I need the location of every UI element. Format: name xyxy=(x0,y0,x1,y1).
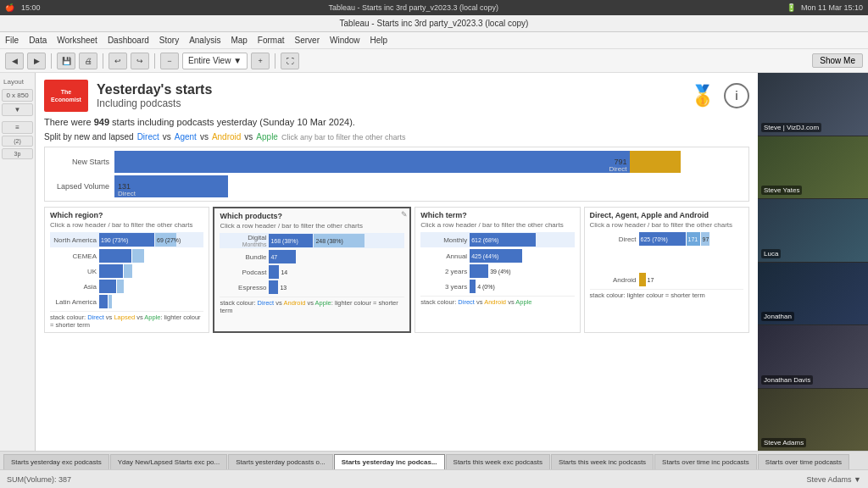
tab-yday-new[interactable]: Yday New/Lapsed Starts exc po... xyxy=(110,454,228,469)
product-podcast-bar1[interactable]: 14 xyxy=(269,265,279,279)
toolbar-view-dropdown[interactable]: Entire View ▼ xyxy=(182,53,248,69)
term-monthly-bar1[interactable]: 612 (68%) xyxy=(470,233,536,247)
direct-bar1[interactable]: 625 (70%) xyxy=(639,232,686,246)
region-asia-bar2[interactable] xyxy=(117,280,124,293)
footer-lapsed[interactable]: Lapsed xyxy=(114,313,135,321)
products-edit-icon[interactable]: ✎ xyxy=(401,210,408,219)
region-uk-bar1[interactable] xyxy=(99,264,123,278)
toolbar-back[interactable]: ◀ xyxy=(5,53,24,69)
tab-starts-exc[interactable]: Starts yesterday exc podcasts xyxy=(3,454,109,469)
term-annual-bar1[interactable]: 425 (44%) xyxy=(470,249,522,263)
new-starts-row[interactable]: New Starts 791 Direct xyxy=(50,151,743,173)
footer-android-p[interactable]: Android xyxy=(283,299,305,307)
toolbar-fit[interactable]: ⛶ xyxy=(281,53,299,69)
new-starts-bar-container[interactable]: 791 Direct xyxy=(114,151,743,173)
toolbar-print[interactable]: 🖨 xyxy=(79,53,97,69)
show-me-button[interactable]: Show Me xyxy=(812,53,863,68)
region-na-bar1[interactable]: 190 (73%) xyxy=(99,233,154,247)
panel-size-dropdown[interactable]: ▼ xyxy=(2,103,33,116)
new-starts-gold-bar[interactable] xyxy=(630,151,680,173)
term-3yr-bar[interactable]: 4 (0%) xyxy=(470,280,574,293)
tab-starts-pod-exc[interactable]: Starts yesterday podcasts o... xyxy=(228,454,332,469)
direct-row[interactable]: Direct 625 (70%) 171 97 xyxy=(590,232,743,246)
term-row-3yr[interactable]: 3 years 4 (0%) xyxy=(420,280,574,293)
region-row-latam[interactable]: Latin America xyxy=(50,295,203,308)
region-latam-bar1[interactable] xyxy=(99,295,108,308)
footer-apple-t[interactable]: Apple xyxy=(515,298,531,306)
android-row[interactable]: Android 17 xyxy=(590,273,743,286)
menu-format[interactable]: Format xyxy=(258,36,285,45)
region-latam-bar[interactable] xyxy=(99,295,203,308)
menu-help[interactable]: Help xyxy=(370,36,388,45)
region-asia-bar[interactable] xyxy=(99,280,203,293)
panel-item3[interactable]: 3p xyxy=(2,148,33,159)
tab-week-exc[interactable]: Starts this week exc podcasts xyxy=(446,454,550,469)
footer-direct[interactable]: Direct xyxy=(87,313,104,321)
region-na-bar[interactable]: 190 (73%) 69 (27%) xyxy=(99,233,203,247)
product-row-espresso[interactable]: Espresso 13 xyxy=(220,280,404,294)
agent-filter[interactable]: Agent xyxy=(175,132,197,141)
term-3yr-bar1[interactable]: 4 (0%) xyxy=(470,280,476,293)
tab-starts-inc[interactable]: Starts yesterday inc podcas... xyxy=(334,454,445,469)
product-podcast-bar[interactable]: 14 xyxy=(269,265,404,279)
term-row-annual[interactable]: Annual 425 (44%) xyxy=(420,249,574,263)
menu-server[interactable]: Server xyxy=(295,36,320,45)
region-latam-bar2[interactable] xyxy=(108,295,112,308)
footer-apple-p[interactable]: Apple xyxy=(315,299,331,307)
region-cemea-bar1[interactable] xyxy=(99,249,131,263)
region-row-asia[interactable]: Asia xyxy=(50,280,203,293)
panel-layers[interactable]: (2) xyxy=(2,136,33,147)
toolbar-undo[interactable]: ↩ xyxy=(108,53,127,69)
term-2yr-bar1[interactable]: 39 (4%) xyxy=(470,264,488,278)
product-digital-bar2[interactable]: 248 (38%) xyxy=(314,234,364,247)
menu-story[interactable]: Story xyxy=(159,36,179,45)
direct-filter[interactable]: Direct xyxy=(137,132,159,141)
footer-direct-p[interactable]: Direct xyxy=(258,299,275,307)
footer-direct-t[interactable]: Direct xyxy=(458,298,475,306)
toolbar-save[interactable]: 💾 xyxy=(57,53,75,69)
region-asia-bar1[interactable] xyxy=(99,280,116,293)
tab-week-inc[interactable]: Starts this week inc podcasts xyxy=(551,454,654,469)
product-digital-bar1[interactable]: 168 (38%) xyxy=(269,234,313,247)
toolbar-forward[interactable]: ▶ xyxy=(27,53,46,69)
info-icon[interactable]: i xyxy=(724,83,749,108)
toolbar-zoom-out[interactable]: − xyxy=(160,53,179,69)
android-bar1[interactable]: 17 xyxy=(639,273,646,286)
direct-bar2[interactable]: 171 xyxy=(687,232,700,246)
tab-over-time-inc[interactable]: Starts over time inc podcasts xyxy=(654,454,757,469)
android-bar[interactable]: 17 xyxy=(639,273,743,286)
menu-dashboard[interactable]: Dashboard xyxy=(108,36,149,45)
term-2yr-bar[interactable]: 39 (4%) xyxy=(470,264,574,278)
panel-size[interactable]: 0 x 850 xyxy=(2,89,33,102)
product-row-digital[interactable]: Digital Monthths 168 (38%) 248 (38%) xyxy=(220,233,404,248)
term-monthly-bar[interactable]: 612 (68%) xyxy=(470,233,574,247)
region-cemea-bar[interactable] xyxy=(99,249,203,263)
region-uk-bar[interactable] xyxy=(99,264,203,278)
region-cemea-bar2[interactable] xyxy=(132,249,144,263)
direct-bar3[interactable]: 97 xyxy=(701,232,709,246)
panel-view[interactable]: ≡ xyxy=(2,121,33,134)
menu-file[interactable]: File xyxy=(5,36,19,45)
region-row-cemea[interactable]: CEMEA xyxy=(50,249,203,263)
lapsed-direct-bar[interactable]: 131 Direct xyxy=(114,175,228,197)
new-starts-direct-bar[interactable]: 791 Direct xyxy=(114,151,630,173)
menu-window[interactable]: Window xyxy=(330,36,360,45)
apple-filter[interactable]: Apple xyxy=(256,132,278,141)
region-na-bar2[interactable]: 69 (27%) xyxy=(155,233,176,247)
direct-bar[interactable]: 625 (70%) 171 97 xyxy=(639,232,743,246)
term-row-monthly[interactable]: Monthly 612 (68%) xyxy=(420,232,574,247)
product-bundle-bar1[interactable]: 47 xyxy=(269,250,296,263)
menu-map[interactable]: Map xyxy=(231,36,247,45)
android-filter[interactable]: Android xyxy=(212,132,241,141)
lapsed-volume-row[interactable]: Lapsed Volume 131 Direct xyxy=(50,175,743,197)
menu-data[interactable]: Data xyxy=(29,36,47,45)
apple-menu[interactable]: 🍎 xyxy=(5,3,14,12)
toolbar-zoom-in[interactable]: + xyxy=(251,53,270,69)
status-user[interactable]: Steve Adams ▼ xyxy=(807,475,861,484)
product-row-podcast[interactable]: Podcast 14 xyxy=(220,265,404,279)
region-row-na[interactable]: North America 190 (73%) 69 (27%) xyxy=(50,232,203,247)
menu-worksheet[interactable]: Worksheet xyxy=(57,36,97,45)
footer-apple[interactable]: Apple xyxy=(144,313,160,321)
region-uk-bar2[interactable] xyxy=(124,264,132,278)
lapsed-volume-bar-container[interactable]: 131 Direct xyxy=(114,175,743,197)
